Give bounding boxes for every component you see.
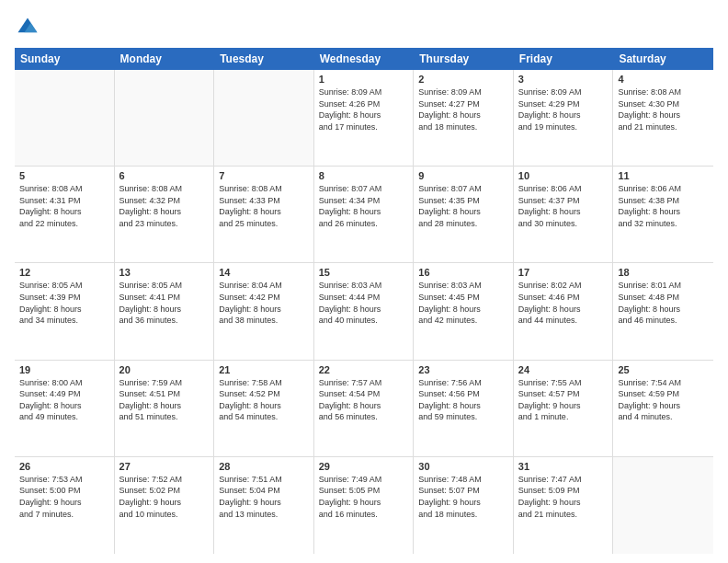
day-info: Sunrise: 7:58 AM Sunset: 4:52 PM Dayligh… xyxy=(219,377,309,423)
calendar-cell xyxy=(15,70,115,166)
day-number: 10 xyxy=(518,170,609,181)
day-info: Sunrise: 8:03 AM Sunset: 4:45 PM Dayligh… xyxy=(418,280,508,326)
day-number: 4 xyxy=(618,74,709,85)
day-number: 27 xyxy=(119,461,210,472)
day-number: 9 xyxy=(418,170,508,181)
calendar-cell: 17Sunrise: 8:02 AM Sunset: 4:46 PM Dayli… xyxy=(514,263,614,359)
weekday-header: Sunday xyxy=(15,48,115,70)
calendar-cell: 19Sunrise: 8:00 AM Sunset: 4:49 PM Dayli… xyxy=(15,361,115,456)
calendar-cell: 22Sunrise: 7:57 AM Sunset: 4:54 PM Dayli… xyxy=(314,361,415,456)
calendar-cell: 21Sunrise: 7:58 AM Sunset: 4:52 PM Dayli… xyxy=(214,361,314,456)
page-header xyxy=(15,15,713,40)
day-number: 3 xyxy=(518,74,609,85)
calendar-row: 5Sunrise: 8:08 AM Sunset: 4:31 PM Daylig… xyxy=(15,167,713,263)
day-info: Sunrise: 8:08 AM Sunset: 4:30 PM Dayligh… xyxy=(618,86,709,132)
day-info: Sunrise: 7:47 AM Sunset: 5:09 PM Dayligh… xyxy=(518,474,609,520)
day-info: Sunrise: 8:08 AM Sunset: 4:33 PM Dayligh… xyxy=(219,183,309,229)
weekday-header: Thursday xyxy=(414,48,514,70)
day-info: Sunrise: 8:02 AM Sunset: 4:46 PM Dayligh… xyxy=(518,280,609,326)
day-number: 8 xyxy=(319,170,409,181)
day-number: 7 xyxy=(219,170,309,181)
day-info: Sunrise: 8:07 AM Sunset: 4:35 PM Dayligh… xyxy=(418,183,508,229)
day-number: 5 xyxy=(19,170,109,181)
calendar-cell: 14Sunrise: 8:04 AM Sunset: 4:42 PM Dayli… xyxy=(214,263,314,359)
day-info: Sunrise: 7:49 AM Sunset: 5:05 PM Dayligh… xyxy=(319,474,409,520)
day-number: 20 xyxy=(119,364,210,375)
calendar-cell: 10Sunrise: 8:06 AM Sunset: 4:37 PM Dayli… xyxy=(514,167,614,262)
day-number: 16 xyxy=(418,267,508,278)
calendar-cell: 1Sunrise: 8:09 AM Sunset: 4:26 PM Daylig… xyxy=(314,70,415,166)
day-number: 18 xyxy=(618,267,709,278)
calendar-cell: 6Sunrise: 8:08 AM Sunset: 4:32 PM Daylig… xyxy=(115,167,215,262)
calendar-cell: 31Sunrise: 7:47 AM Sunset: 5:09 PM Dayli… xyxy=(514,457,614,554)
day-number: 23 xyxy=(418,364,508,375)
calendar-cell xyxy=(115,70,215,166)
calendar-cell: 16Sunrise: 8:03 AM Sunset: 4:45 PM Dayli… xyxy=(414,263,514,359)
calendar-cell: 24Sunrise: 7:55 AM Sunset: 4:57 PM Dayli… xyxy=(514,361,614,456)
day-info: Sunrise: 8:04 AM Sunset: 4:42 PM Dayligh… xyxy=(219,280,309,326)
calendar-cell: 28Sunrise: 7:51 AM Sunset: 5:04 PM Dayli… xyxy=(214,457,314,554)
day-number: 13 xyxy=(119,267,210,278)
day-info: Sunrise: 7:48 AM Sunset: 5:07 PM Dayligh… xyxy=(418,474,508,520)
calendar-cell: 4Sunrise: 8:08 AM Sunset: 4:30 PM Daylig… xyxy=(613,70,713,166)
calendar-cell: 7Sunrise: 8:08 AM Sunset: 4:33 PM Daylig… xyxy=(214,167,314,262)
day-info: Sunrise: 8:07 AM Sunset: 4:34 PM Dayligh… xyxy=(319,183,409,229)
day-info: Sunrise: 7:52 AM Sunset: 5:02 PM Dayligh… xyxy=(119,474,210,520)
calendar-cell xyxy=(613,457,713,554)
day-number: 22 xyxy=(319,364,409,375)
calendar-row: 19Sunrise: 8:00 AM Sunset: 4:49 PM Dayli… xyxy=(15,361,713,457)
day-info: Sunrise: 8:03 AM Sunset: 4:44 PM Dayligh… xyxy=(319,280,409,326)
day-info: Sunrise: 7:59 AM Sunset: 4:51 PM Dayligh… xyxy=(119,377,210,423)
day-info: Sunrise: 7:57 AM Sunset: 4:54 PM Dayligh… xyxy=(319,377,409,423)
calendar-cell: 25Sunrise: 7:54 AM Sunset: 4:59 PM Dayli… xyxy=(613,361,713,456)
day-info: Sunrise: 8:09 AM Sunset: 4:29 PM Dayligh… xyxy=(518,86,609,132)
weekday-header: Saturday xyxy=(613,48,713,70)
day-number: 6 xyxy=(119,170,210,181)
calendar-cell: 23Sunrise: 7:56 AM Sunset: 4:56 PM Dayli… xyxy=(414,361,514,456)
weekday-header: Wednesday xyxy=(314,48,415,70)
day-info: Sunrise: 7:55 AM Sunset: 4:57 PM Dayligh… xyxy=(518,377,609,423)
calendar-row: 26Sunrise: 7:53 AM Sunset: 5:00 PM Dayli… xyxy=(15,457,713,554)
weekday-header: Friday xyxy=(514,48,614,70)
day-number: 31 xyxy=(518,461,609,472)
calendar-cell: 2Sunrise: 8:09 AM Sunset: 4:27 PM Daylig… xyxy=(414,70,514,166)
calendar-cell: 26Sunrise: 7:53 AM Sunset: 5:00 PM Dayli… xyxy=(15,457,115,554)
day-info: Sunrise: 8:05 AM Sunset: 4:39 PM Dayligh… xyxy=(19,280,109,326)
day-number: 14 xyxy=(219,267,309,278)
calendar-cell: 11Sunrise: 8:06 AM Sunset: 4:38 PM Dayli… xyxy=(613,167,713,262)
logo xyxy=(15,15,44,40)
day-info: Sunrise: 8:00 AM Sunset: 4:49 PM Dayligh… xyxy=(19,377,109,423)
calendar-cell: 30Sunrise: 7:48 AM Sunset: 5:07 PM Dayli… xyxy=(414,457,514,554)
day-number: 17 xyxy=(518,267,609,278)
day-info: Sunrise: 8:08 AM Sunset: 4:31 PM Dayligh… xyxy=(19,183,109,229)
day-number: 21 xyxy=(219,364,309,375)
calendar-cell: 15Sunrise: 8:03 AM Sunset: 4:44 PM Dayli… xyxy=(314,263,415,359)
day-info: Sunrise: 7:54 AM Sunset: 4:59 PM Dayligh… xyxy=(618,377,709,423)
day-info: Sunrise: 7:53 AM Sunset: 5:00 PM Dayligh… xyxy=(19,474,109,520)
day-number: 11 xyxy=(618,170,709,181)
calendar-header: SundayMondayTuesdayWednesdayThursdayFrid… xyxy=(15,48,713,70)
calendar-row: 12Sunrise: 8:05 AM Sunset: 4:39 PM Dayli… xyxy=(15,263,713,360)
day-number: 28 xyxy=(219,461,309,472)
calendar-cell: 9Sunrise: 8:07 AM Sunset: 4:35 PM Daylig… xyxy=(414,167,514,262)
day-number: 24 xyxy=(518,364,609,375)
day-number: 26 xyxy=(19,461,109,472)
day-info: Sunrise: 8:09 AM Sunset: 4:26 PM Dayligh… xyxy=(319,86,409,132)
calendar-cell: 8Sunrise: 8:07 AM Sunset: 4:34 PM Daylig… xyxy=(314,167,415,262)
calendar-cell: 12Sunrise: 8:05 AM Sunset: 4:39 PM Dayli… xyxy=(15,263,115,359)
day-info: Sunrise: 7:51 AM Sunset: 5:04 PM Dayligh… xyxy=(219,474,309,520)
day-info: Sunrise: 8:06 AM Sunset: 4:38 PM Dayligh… xyxy=(618,183,709,229)
day-number: 30 xyxy=(418,461,508,472)
day-info: Sunrise: 8:09 AM Sunset: 4:27 PM Dayligh… xyxy=(418,86,508,132)
day-number: 29 xyxy=(319,461,409,472)
weekday-header: Tuesday xyxy=(214,48,314,70)
calendar: SundayMondayTuesdayWednesdayThursdayFrid… xyxy=(15,48,713,554)
calendar-cell: 27Sunrise: 7:52 AM Sunset: 5:02 PM Dayli… xyxy=(115,457,215,554)
calendar-cell: 20Sunrise: 7:59 AM Sunset: 4:51 PM Dayli… xyxy=(115,361,215,456)
calendar-body: 1Sunrise: 8:09 AM Sunset: 4:26 PM Daylig… xyxy=(15,70,713,554)
day-info: Sunrise: 8:05 AM Sunset: 4:41 PM Dayligh… xyxy=(119,280,210,326)
calendar-row: 1Sunrise: 8:09 AM Sunset: 4:26 PM Daylig… xyxy=(15,70,713,167)
logo-icon xyxy=(15,15,40,40)
calendar-cell: 18Sunrise: 8:01 AM Sunset: 4:48 PM Dayli… xyxy=(613,263,713,359)
day-number: 19 xyxy=(19,364,109,375)
